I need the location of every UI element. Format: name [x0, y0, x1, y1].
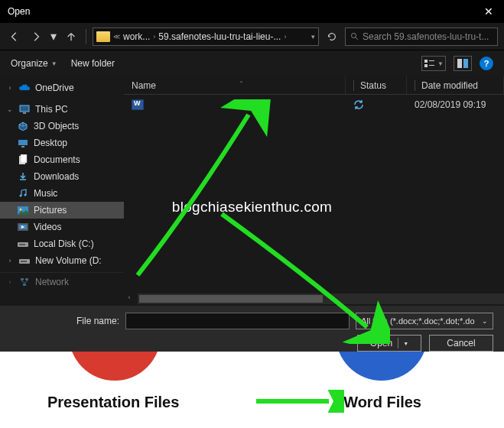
word-label: Word Files: [343, 394, 421, 411]
tree-pane[interactable]: ›OneDrive ⌄This PC 3D Objects Desktop Do…: [0, 76, 124, 306]
svg-rect-2: [429, 60, 434, 61]
file-date: 02/08/2019 09:19: [415, 99, 486, 110]
tree-documents[interactable]: Documents: [0, 151, 124, 168]
tree-pictures[interactable]: Pictures: [0, 202, 124, 219]
nav-row: ▾ ≪ work... › 59.safenotes-luu-tru-tai-l…: [0, 23, 504, 50]
sort-icon: ⌃: [239, 80, 244, 87]
folder-icon: [96, 31, 110, 42]
svg-rect-20: [19, 244, 25, 245]
recent-dropdown[interactable]: ▾: [49, 28, 58, 45]
search-placeholder: Search 59.safenotes-luu-tru-t...: [363, 31, 489, 42]
close-icon[interactable]: ✕: [480, 4, 498, 19]
svg-rect-3: [424, 64, 428, 67]
open-button[interactable]: Open▼: [357, 335, 421, 352]
address-bar[interactable]: ≪ work... › 59.safenotes-luu-tru-tai-lie…: [93, 28, 319, 46]
breadcrumb-current[interactable]: 59.safenotes-luu-tru-tai-lieu-...: [158, 31, 281, 42]
col-date[interactable]: Date modified: [407, 76, 504, 94]
help-button[interactable]: ?: [480, 57, 493, 70]
tree-3dobjects[interactable]: 3D Objects: [0, 118, 124, 135]
network-icon: [18, 277, 31, 287]
tree-onedrive[interactable]: ›OneDrive: [0, 79, 124, 96]
svg-point-21: [26, 244, 28, 245]
new-folder-button[interactable]: New folder: [71, 58, 115, 69]
drive-icon: [18, 255, 31, 266]
filename-input[interactable]: [125, 313, 350, 329]
sync-icon: [353, 99, 364, 110]
file-list[interactable]: Name ⌃ Status Date modified 02/08/2019 0…: [124, 76, 504, 306]
svg-rect-4: [429, 65, 434, 66]
col-name[interactable]: Name: [124, 76, 346, 94]
tree-videos[interactable]: Videos: [0, 219, 124, 235]
filename-label: File name:: [76, 316, 119, 326]
refresh-button[interactable]: [324, 28, 340, 45]
svg-point-13: [20, 195, 22, 197]
desktop-icon: [17, 138, 29, 148]
svg-point-16: [20, 208, 22, 210]
tree-newvolume[interactable]: ›New Volume (D:: [0, 252, 124, 269]
search-input[interactable]: Search 59.safenotes-luu-tru-t...: [345, 28, 498, 46]
pc-icon: [18, 104, 31, 115]
list-header[interactable]: Name ⌃ Status Date modified: [124, 76, 504, 95]
svg-rect-25: [25, 278, 28, 280]
svg-point-14: [24, 194, 27, 196]
svg-rect-24: [21, 278, 24, 280]
svg-rect-10: [21, 146, 24, 148]
breadcrumb-root[interactable]: work...: [123, 31, 150, 42]
music-icon: [17, 188, 29, 199]
svg-rect-7: [20, 105, 29, 112]
open-dialog: Open ✕ ▾ ≪ work... › 59.safenotes-luu-tr…: [0, 0, 504, 352]
up-button[interactable]: [63, 28, 80, 45]
view-mode-button[interactable]: ▼: [421, 56, 446, 71]
documents-icon: [17, 154, 29, 165]
svg-rect-9: [18, 140, 28, 145]
col-status[interactable]: Status: [346, 76, 407, 94]
hscrollbar[interactable]: [138, 293, 504, 304]
presentation-label: Presentation Files: [47, 394, 179, 411]
svg-rect-1: [424, 60, 428, 63]
file-row[interactable]: 02/08/2019 09:19: [124, 95, 504, 115]
svg-rect-26: [23, 284, 26, 286]
svg-point-0: [352, 33, 356, 37]
back-button[interactable]: [6, 28, 23, 45]
cloud-icon: [18, 83, 31, 93]
tree-thispc[interactable]: ⌄This PC: [0, 101, 124, 118]
tree-localdisk[interactable]: Local Disk (C:): [0, 235, 124, 252]
tree-music[interactable]: Music: [0, 185, 124, 202]
cube-icon: [17, 121, 29, 131]
window-title: Open: [8, 6, 30, 17]
downloads-icon: [17, 171, 29, 182]
toolbar: Organize▼ New folder ▼ ?: [0, 50, 504, 76]
svg-rect-12: [21, 154, 27, 163]
videos-icon: [17, 222, 29, 232]
titlebar: Open ✕: [0, 0, 504, 23]
bottom-bar: File name: All files (*.docx;*.doc;*.dot…: [0, 306, 504, 352]
search-icon: [350, 32, 359, 41]
drive-icon: [17, 238, 29, 249]
organize-menu[interactable]: Organize▼: [11, 58, 57, 69]
word-file-icon: [132, 99, 144, 110]
forward-button[interactable]: [28, 28, 44, 45]
file-filter-dropdown[interactable]: All files (*.docx;*.doc;*.dot;*.do⌄: [356, 313, 493, 329]
tree-network[interactable]: ›Network: [0, 272, 124, 289]
svg-rect-8: [23, 112, 26, 114]
svg-rect-6: [463, 59, 468, 68]
svg-rect-23: [21, 261, 27, 262]
preview-pane-button[interactable]: [454, 56, 472, 71]
cancel-button[interactable]: Cancel: [429, 335, 493, 352]
tree-downloads[interactable]: Downloads: [0, 168, 124, 185]
pictures-icon: [17, 205, 29, 216]
tree-desktop[interactable]: Desktop: [0, 135, 124, 151]
svg-rect-5: [457, 59, 462, 68]
